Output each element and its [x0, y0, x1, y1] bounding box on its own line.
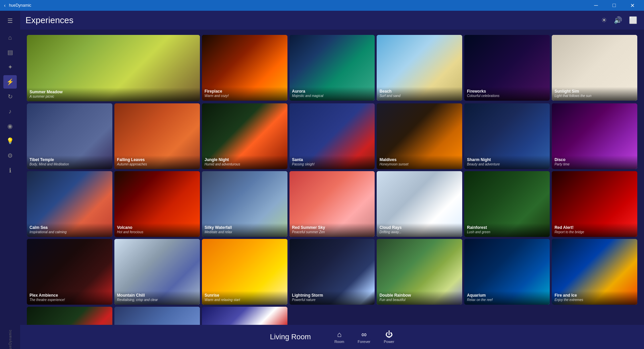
sidebar-item-home[interactable]: ⌂: [3, 31, 17, 44]
bottom-center: Living Room ⌂ Room ∞ Forever ⏻ Power: [270, 330, 394, 344]
room-action[interactable]: ⌂ Room: [334, 330, 344, 344]
sidebar: ☰ ⌂ ▤ ✦ ⚡ ↻ ♪ ◉ 💡 ⚙ ℹ hueDynamic: [0, 11, 20, 349]
experience-tile-beach[interactable]: Beach Surf and sand: [377, 35, 462, 101]
experience-tile-jungle-night[interactable]: Jungle Night Humid and adventurous: [202, 103, 287, 169]
experience-tile-mountain-chill[interactable]: Mountain Chill Revitalising, crisp and c…: [114, 239, 200, 305]
experience-tile-silky-waterfall[interactable]: Silky Waterfall Meditate and relax: [202, 171, 287, 237]
room-name: Living Room: [270, 333, 311, 341]
title-bar-left: ‹ hueDynamic: [4, 3, 31, 8]
sidebar-item-effects[interactable]: ✦: [3, 60, 17, 74]
sidebar-item-sync[interactable]: ↻: [3, 90, 17, 103]
volume-button[interactable]: 🔊: [614, 16, 622, 24]
minimize-button[interactable]: ─: [588, 0, 604, 11]
window-controls: ─ □ ✕: [588, 0, 640, 11]
experience-tile-plex[interactable]: Plex Ambience The theatre experience!: [27, 239, 112, 305]
experience-tile-disco[interactable]: Disco Party time: [552, 103, 637, 169]
experience-tile-italian-lakes[interactable]: Italian Lakes Romantic getaway: [114, 307, 200, 325]
experience-tile-lightning[interactable]: Lightning Storm Powerful nature: [289, 239, 375, 305]
experience-tile-tibet-temple[interactable]: Tibet Temple Body, Mind and Meditation: [27, 103, 112, 169]
close-button[interactable]: ✕: [625, 0, 640, 11]
power-action[interactable]: ⏻ Power: [384, 330, 394, 344]
experience-tile-aquarium[interactable]: Aquarium Relax on the reef: [464, 239, 550, 305]
sidebar-app-label: hueDynamic: [8, 330, 12, 349]
experience-tile-red-alert[interactable]: Red Alert! Report to the bridge: [552, 171, 637, 237]
experience-tile-falling-leaves[interactable]: Falling Leaves Autumn approaches: [114, 103, 200, 169]
forever-label: Forever: [358, 340, 370, 344]
sidebar-item-camera[interactable]: ◉: [3, 119, 17, 133]
app-container: ☰ ⌂ ▤ ✦ ⚡ ↻ ♪ ◉ 💡 ⚙ ℹ hueDynamic Experie…: [0, 11, 644, 349]
page-title: Experiences: [25, 15, 73, 26]
experiences-grid: Summer Meadow A summer picnic Fireplace …: [27, 35, 637, 325]
sidebar-item-music[interactable]: ♪: [3, 105, 17, 118]
sidebar-item-settings[interactable]: ⚙: [3, 149, 17, 162]
experience-tile-calm-sea[interactable]: Calm Sea Inspirational and calming: [27, 171, 112, 237]
sidebar-item-scenes[interactable]: ⚡: [3, 75, 17, 89]
forever-action[interactable]: ∞ Forever: [358, 330, 370, 344]
maximize-button[interactable]: □: [606, 0, 622, 11]
experience-tile-tricolore[interactable]: Tricolore National celebrations: [202, 307, 287, 325]
experience-tile-rainforest[interactable]: Rainforest Lush and green: [464, 171, 550, 237]
main-content: Experiences ☀ 🔊 ⬜ Summer Meadow A summer…: [20, 11, 644, 349]
expand-button[interactable]: ⬜: [629, 16, 637, 24]
sidebar-item-info[interactable]: ℹ: [3, 164, 17, 177]
brightness-button[interactable]: ☀: [601, 16, 607, 24]
sidebar-item-bulbs[interactable]: 💡: [3, 134, 17, 148]
title-bar: ‹ hueDynamic ─ □ ✕: [0, 0, 644, 11]
back-button[interactable]: ‹: [4, 3, 6, 8]
forever-icon: ∞: [361, 330, 367, 339]
experience-tile-fireplace[interactable]: Fireplace Warm and cozy!: [202, 35, 287, 101]
experience-tile-cloud-rays[interactable]: Cloud Rays Drifting away...: [377, 171, 462, 237]
room-label: Room: [334, 340, 344, 344]
experience-tile-sharm-night[interactable]: Sharm Night Beauty and adventure: [464, 103, 550, 169]
app-name: hueDynamic: [9, 3, 32, 8]
power-icon: ⏻: [385, 330, 393, 339]
experience-tile-sunlight-sim[interactable]: Sunlight Sim Light that follows the sun: [552, 35, 637, 101]
experience-tile-volcano[interactable]: Volcano Hot and ferocious: [114, 171, 200, 237]
bottom-bar: Living Room ⌂ Room ∞ Forever ⏻ Power: [20, 325, 644, 349]
experience-tile-double-rainbow[interactable]: Double Rainbow Fun and beautiful: [377, 239, 462, 305]
experience-tile-christmas[interactable]: Christmas Tree Happy Holidays: [27, 307, 112, 325]
header-actions: ☀ 🔊 ⬜: [601, 16, 637, 24]
experience-tile-santa[interactable]: Santa Passing sleigh!: [289, 103, 375, 169]
power-label: Power: [384, 340, 394, 344]
header: Experiences ☀ 🔊 ⬜: [20, 11, 644, 30]
experience-tile-fireworks[interactable]: Fireworks Colourful celebrations: [464, 35, 550, 101]
experience-tile-fire-and-ice[interactable]: Fire and Ice Enjoy the extremes: [552, 239, 637, 305]
sidebar-item-rooms[interactable]: ▤: [3, 46, 17, 59]
bottom-actions: ⌂ Room ∞ Forever ⏻ Power: [334, 330, 394, 344]
experience-tile-sunrise[interactable]: Sunrise Warm and relaxing start: [202, 239, 287, 305]
experience-tile-maldives[interactable]: Maldives Honeymoon sunset: [377, 103, 462, 169]
experience-tile-summer-meadow[interactable]: Summer Meadow A summer picnic: [27, 35, 200, 101]
room-icon: ⌂: [337, 330, 341, 339]
experience-tile-aurora[interactable]: Aurora Majestic and magical: [289, 35, 375, 101]
experiences-grid-area: Summer Meadow A summer picnic Fireplace …: [20, 30, 644, 325]
menu-button[interactable]: ☰: [3, 14, 17, 28]
experience-tile-red-summer[interactable]: Red Summer Sky Peaceful summer Zen: [289, 171, 375, 237]
